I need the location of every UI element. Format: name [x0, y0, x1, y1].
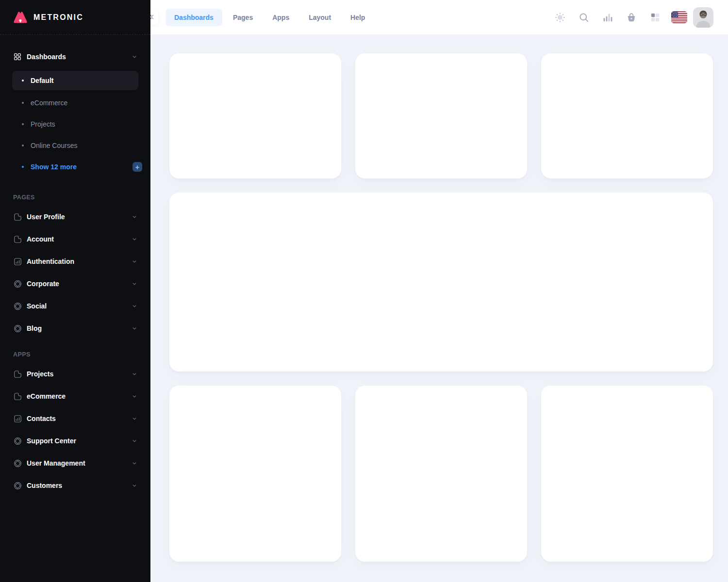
sidebar-item-social[interactable]: Social [0, 295, 150, 317]
bullet-icon [22, 123, 24, 125]
tab-dashboards[interactable]: Dashboards [165, 9, 222, 26]
dashboards-sub-list: Default eCommerce Projects Online Course… [0, 65, 150, 182]
brand-logo[interactable]: METRONIC [13, 10, 83, 25]
section-heading-pages: PAGES [0, 182, 150, 206]
sidebar-item-online-courses[interactable]: Online Courses [12, 135, 138, 156]
plus-icon[interactable]: + [132, 162, 142, 172]
sidebar-item-label: Contacts [27, 415, 56, 422]
bullet-icon [22, 80, 24, 81]
cart-button[interactable] [622, 8, 641, 27]
sidebar-header: METRONIC [0, 0, 150, 34]
app-window: METRONIC Dashboards Default [0, 0, 728, 582]
chevron-down-icon [131, 258, 138, 265]
bullet-icon [22, 166, 24, 168]
theme-toggle-button[interactable] [550, 8, 570, 27]
chevron-down-icon [131, 53, 138, 60]
globe-icon [13, 481, 22, 490]
user-avatar[interactable] [693, 7, 713, 28]
search-icon [578, 12, 590, 23]
file-icon [13, 212, 22, 222]
sidebar-item-label: eCommerce [31, 99, 67, 107]
sidebar-item-label: Support Center [27, 437, 76, 445]
globe-icon [13, 302, 22, 311]
sidebar-item-label: eCommerce [27, 392, 66, 400]
tab-pages[interactable]: Pages [224, 9, 262, 26]
tab-help[interactable]: Help [342, 9, 374, 26]
sidebar-item-contacts[interactable]: Contacts [0, 407, 150, 430]
top-navbar: Dashboards Pages Apps Layout Help [150, 0, 728, 34]
main-area: Dashboards Pages Apps Layout Help [150, 0, 728, 582]
bullet-icon [22, 145, 24, 146]
brand-name: METRONIC [33, 13, 83, 22]
section-heading-apps: APPS [0, 340, 150, 363]
card-row-bottom [169, 386, 713, 562]
us-flag-icon [671, 11, 687, 23]
card-placeholder [355, 386, 527, 562]
chevron-down-icon [131, 371, 138, 377]
sidebar-item-dashboards[interactable]: Dashboards [0, 48, 150, 65]
stats-button[interactable] [598, 8, 617, 27]
sidebar-item-user-management[interactable]: User Management [0, 452, 150, 474]
sidebar-item-projects[interactable]: Projects [12, 113, 138, 135]
sidebar-nav: Dashboards Default eCommerce Projects [0, 35, 150, 497]
card-placeholder [355, 53, 527, 178]
chevron-down-icon [131, 280, 138, 287]
chevron-down-icon [131, 393, 138, 400]
sidebar-item-label: Blog [27, 324, 42, 332]
metronic-logo-icon [13, 10, 28, 25]
sidebar-item-ecommerce[interactable]: eCommerce [12, 92, 138, 113]
topbar-actions [550, 7, 713, 28]
top-nav-tabs: Dashboards Pages Apps Layout Help [165, 9, 374, 26]
apps-grid-icon [649, 12, 661, 23]
dashboard-content [150, 34, 728, 582]
card-placeholder [541, 386, 713, 562]
sidebar-item-apps-projects[interactable]: Projects [0, 363, 150, 385]
file-icon [13, 370, 22, 379]
search-button[interactable] [574, 8, 594, 27]
card-placeholder [169, 386, 341, 562]
sidebar-item-show-more[interactable]: Show 12 more + [12, 156, 138, 178]
sidebar-item-default[interactable]: Default [12, 71, 138, 90]
tab-apps[interactable]: Apps [264, 9, 298, 26]
chevron-down-icon [131, 213, 138, 220]
chevron-down-icon [131, 303, 138, 309]
sidebar-item-corporate[interactable]: Corporate [0, 273, 150, 295]
sun-icon [554, 12, 566, 23]
sidebar-item-label: Account [27, 235, 54, 243]
chevron-down-icon [131, 236, 138, 242]
chevron-down-icon [131, 437, 138, 444]
chevron-down-icon [131, 482, 138, 489]
tab-layout[interactable]: Layout [300, 9, 340, 26]
chevron-down-icon [131, 460, 138, 467]
sidebar-item-label: Authentication [27, 258, 74, 265]
sidebar-item-account[interactable]: Account [0, 228, 150, 250]
globe-icon [13, 459, 22, 468]
chevron-down-icon [131, 415, 138, 422]
sidebar-item-label: Show 12 more [31, 163, 77, 171]
card-row-middle [169, 193, 713, 372]
file-icon [13, 392, 22, 401]
sidebar-item-label: User Profile [27, 213, 65, 221]
sidebar-item-authentication[interactable]: Authentication [0, 250, 150, 273]
card-placeholder-wide [169, 193, 713, 372]
sidebar-item-user-profile[interactable]: User Profile [0, 206, 150, 228]
chevron-down-icon [131, 325, 138, 332]
sidebar: METRONIC Dashboards Default [0, 0, 150, 582]
sidebar-item-apps-ecommerce[interactable]: eCommerce [0, 385, 150, 407]
card-placeholder [541, 53, 713, 178]
sidebar-item-label: Projects [27, 370, 53, 378]
sidebar-item-blog[interactable]: Blog [0, 317, 150, 340]
apps-launcher-button[interactable] [645, 8, 665, 27]
sidebar-item-label: Customers [27, 482, 62, 489]
sidebar-item-label: Online Courses [31, 142, 78, 149]
sidebar-item-label: Social [27, 302, 47, 310]
sidebar-item-label: Default [31, 77, 53, 84]
basket-icon [626, 12, 637, 23]
sidebar-item-customers[interactable]: Customers [0, 474, 150, 497]
sidebar-item-label: Corporate [27, 280, 59, 288]
language-button[interactable] [669, 8, 689, 27]
file-icon [13, 235, 22, 244]
sidebar-item-support-center[interactable]: Support Center [0, 430, 150, 452]
chart-square-icon [13, 257, 22, 266]
globe-icon [13, 324, 22, 333]
